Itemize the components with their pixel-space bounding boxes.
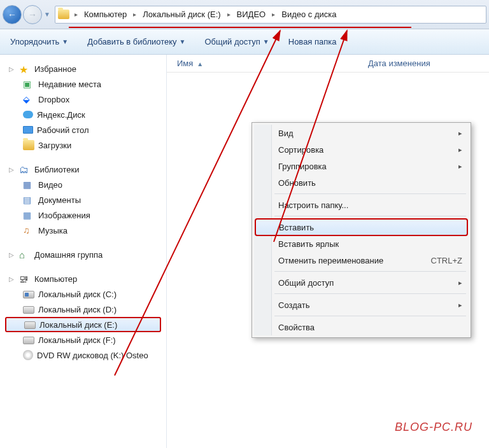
sidebar-label: Музыка	[38, 226, 67, 235]
sidebar-label: Локальный диск (C:)	[38, 290, 117, 299]
watermark: BLOG-PC.RU	[395, 421, 472, 434]
sidebar-item-documents[interactable]: ▤Документы	[5, 192, 166, 207]
tree-toggle-icon[interactable]: ▷	[9, 66, 15, 73]
sidebar-item-downloads[interactable]: Загрузки	[5, 137, 166, 153]
sidebar-label: Недавние места	[38, 80, 101, 89]
breadcrumb-item[interactable]: Компьютер	[79, 6, 132, 23]
menu-item-new[interactable]: Создать▸	[254, 297, 469, 313]
menu-item-paste-shortcut[interactable]: Вставить ярлык	[254, 235, 469, 252]
breadcrumb-sep[interactable]: ▸	[226, 11, 232, 18]
recent-icon: ▣	[23, 79, 34, 89]
tree-toggle-icon[interactable]: ▷	[9, 251, 15, 258]
music-icon: ♫	[23, 225, 34, 235]
sidebar-item-videos[interactable]: ▦Видео	[5, 177, 166, 192]
sort-indicator-icon: ▲	[197, 60, 203, 67]
sidebar-item-drive-d[interactable]: Локальный диск (D:)	[5, 302, 166, 317]
sidebar-group-homegroup[interactable]: ▷⌂Домашняя группа	[5, 247, 166, 262]
sidebar-label: Локальный диск (D:)	[38, 305, 117, 314]
sidebar-item-drive-f[interactable]: Локальный диск (F:)	[5, 332, 166, 347]
menu-item-group[interactable]: Группировка▸	[254, 158, 469, 174]
toolbar-label: Добавить в библиотеку	[87, 37, 176, 46]
forward-arrow-icon: →	[28, 10, 37, 20]
video-icon: ▦	[23, 179, 34, 190]
column-label: Имя	[177, 59, 193, 68]
menu-item-share[interactable]: Общий доступ▸	[254, 274, 469, 291]
sidebar-label: Изображения	[38, 211, 90, 220]
sidebar-group-libraries[interactable]: ▷🗂Библиотеки	[5, 162, 166, 177]
sidebar-item-dvd[interactable]: DVD RW дисковод (K:) Osteo	[5, 347, 166, 363]
menu-item-view[interactable]: Вид▸	[254, 125, 469, 141]
menu-item-undo-rename[interactable]: Отменить переименованиеCTRL+Z	[254, 252, 469, 269]
submenu-arrow-icon: ▸	[458, 129, 462, 137]
menu-separator	[274, 316, 466, 316]
sidebar-group-favorites[interactable]: ▷★Избранное	[5, 61, 166, 76]
sidebar-group-computer[interactable]: ▷🖳Компьютер	[5, 271, 166, 286]
sidebar-item-drive-c[interactable]: Локальный диск (C:)	[5, 286, 166, 302]
sidebar-label: Dropbox	[38, 95, 69, 104]
add-to-library-button[interactable]: Добавить в библиотеку▼	[87, 37, 185, 46]
sidebar-item-drive-e[interactable]: Локальный диск (E:)	[5, 317, 161, 332]
sidebar-item-yandex[interactable]: Яндекс.Диск	[5, 107, 166, 122]
dvd-icon	[23, 350, 33, 360]
back-button[interactable]: ←	[3, 5, 22, 24]
menu-item-sort[interactable]: Сортировка▸	[254, 141, 469, 158]
breadcrumb-bar[interactable]: ▸ Компьютер ▸ Локальный диск (E:) ▸ ВИДЕ…	[55, 6, 486, 24]
nav-history-drop[interactable]: ▼	[43, 5, 51, 24]
column-header-date[interactable]: Дата изменения	[368, 59, 430, 68]
menu-accelerator: CTRL+Z	[431, 256, 462, 265]
submenu-arrow-icon: ▸	[458, 146, 462, 154]
sidebar-item-desktop[interactable]: Рабочий стол	[5, 122, 166, 137]
tree-toggle-icon[interactable]: ▷	[9, 166, 15, 173]
breadcrumb-item[interactable]: ВИДЕО	[232, 6, 271, 23]
desktop-icon	[23, 126, 33, 134]
toolbar-label: Общий доступ	[205, 37, 260, 46]
sidebar-item-music[interactable]: ♫Музыка	[5, 223, 166, 238]
drive-icon	[23, 337, 34, 344]
menu-item-customize[interactable]: Настроить папку...	[254, 197, 469, 213]
menu-separator	[274, 193, 466, 194]
column-header-name[interactable]: Имя▲	[177, 59, 368, 68]
sidebar-item-pictures[interactable]: ▦Изображения	[5, 207, 166, 223]
submenu-arrow-icon: ▸	[458, 279, 462, 287]
pictures-icon: ▦	[23, 210, 34, 220]
sidebar-label: Локальный диск (F:)	[38, 335, 116, 345]
menu-item-refresh[interactable]: Обновить	[254, 174, 469, 191]
new-folder-button[interactable]: Новая папка	[288, 37, 337, 46]
dropdown-icon: ▼	[263, 38, 269, 45]
menu-label: Отменить переименование	[278, 256, 383, 265]
menu-label: Общий доступ	[278, 278, 334, 288]
organize-button[interactable]: Упорядочить▼	[10, 37, 68, 46]
folder-icon	[58, 10, 69, 19]
sidebar-item-recent[interactable]: ▣Недавние места	[5, 76, 166, 92]
menu-item-properties[interactable]: Свойства	[254, 319, 469, 335]
sidebar-label: Яндекс.Диск	[37, 110, 85, 120]
sidebar-item-dropbox[interactable]: ⬙Dropbox	[5, 92, 166, 107]
sidebar-label: DVD RW дисковод (K:) Osteo	[37, 351, 148, 360]
address-row: ← → ▼ ▸ Компьютер ▸ Локальный диск (E:) …	[0, 0, 489, 29]
sidebar-label: Рабочий стол	[37, 125, 89, 135]
dropdown-icon: ▼	[180, 38, 186, 45]
homegroup-icon: ⌂	[19, 249, 31, 260]
menu-label: Вставить	[279, 223, 314, 232]
breadcrumb-sep[interactable]: ▸	[73, 11, 79, 18]
menu-label: Создать	[278, 300, 309, 310]
forward-button[interactable]: →	[23, 5, 42, 24]
star-icon: ★	[19, 64, 31, 74]
submenu-arrow-icon: ▸	[458, 301, 462, 309]
toolbar: Упорядочить▼ Добавить в библиотеку▼ Общи…	[0, 29, 489, 55]
breadcrumb-item[interactable]: Локальный диск (E:)	[138, 6, 225, 23]
drive-icon	[24, 321, 36, 329]
drive-icon	[23, 306, 34, 314]
share-button[interactable]: Общий доступ▼	[205, 37, 269, 46]
sidebar-label: Видео	[38, 180, 62, 190]
context-menu: Вид▸ Сортировка▸ Группировка▸ Обновить Н…	[252, 122, 471, 338]
back-arrow-icon: ←	[8, 10, 17, 20]
sidebar-label: Загрузки	[38, 141, 71, 150]
breadcrumb-sep[interactable]: ▸	[271, 11, 276, 18]
breadcrumb-sep[interactable]: ▸	[132, 11, 138, 18]
tree-toggle-icon[interactable]: ▷	[9, 276, 15, 283]
breadcrumb-item[interactable]: Видео с диска	[276, 6, 341, 23]
menu-item-paste[interactable]: Вставить	[255, 219, 467, 235]
sidebar: ▷★Избранное ▣Недавние места ⬙Dropbox Янд…	[0, 55, 167, 448]
sidebar-label: Документы	[38, 195, 81, 205]
